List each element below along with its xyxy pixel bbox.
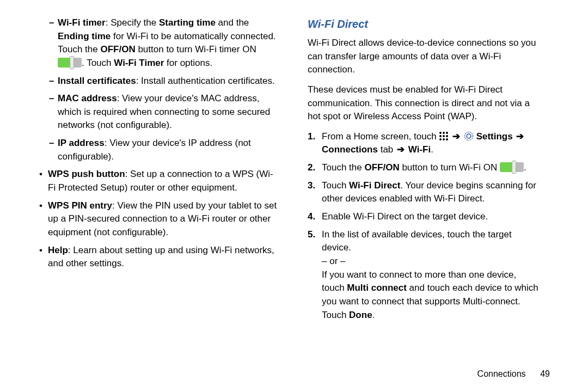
mac-label: MAC address [58,93,117,103]
item-wifi-timer: Wi-Fi timer: Specify the Starting time a… [49,16,280,70]
page-number: 49 [528,367,550,380]
ip-label: IP address [58,138,105,148]
arrow-icon: ➔ [515,131,525,142]
step-4: Enable Wi-Fi Direct on the target device… [308,210,539,224]
toggle-on-icon [500,162,524,172]
step-1: From a Home screen, touch ➔ Settings ➔ C… [308,130,539,157]
svg-point-0 [464,132,473,140]
item-mac-address: MAC address: View your device's MAC addr… [49,92,280,132]
item-wps-push: WPS push button: Set up a connection to … [39,168,280,194]
wifi-timer-label: Wi-Fi timer [58,17,106,28]
svg-point-1 [467,134,471,138]
step-3: Touch Wi-Fi Direct. Your device begins s… [308,179,539,206]
wps-push-label: WPS push button [48,169,125,179]
item-wps-pin: WPS PIN entry: View the PIN used by your… [39,199,280,240]
install-cert-label: Install certificates [58,76,136,86]
steps-list: From a Home screen, touch ➔ Settings ➔ C… [308,130,539,322]
manual-page: Wi-Fi timer: Specify the Starting time a… [0,0,588,392]
step-2: Touch the OFF/ON button to turn Wi-Fi ON… [308,161,539,175]
settings-gear-icon [464,131,474,141]
intro-paragraph-1: Wi-Fi Direct allows device-to-device con… [308,36,539,77]
wifi-direct-heading: Wi-Fi Direct [308,16,539,32]
toggle-on-icon [58,58,82,68]
item-install-certificates: Install certificates: Install authentica… [49,75,280,88]
or-divider: – or – [322,256,345,266]
left-column: Wi-Fi timer: Specify the Starting time a… [22,16,294,381]
item-ip-address: IP address: View your device's IP addres… [49,137,280,163]
wifi-options-list: WPS push button: Set up a connection to … [39,168,280,270]
footer-section: Connections [477,369,526,378]
arrow-icon: ➔ [451,131,461,142]
wps-pin-label: WPS PIN entry [48,200,112,211]
intro-paragraph-2: These devices must be enabled for Wi-Fi … [308,83,539,124]
arrow-icon: ➔ [396,144,406,155]
step-5: In the list of available devices, touch … [308,228,539,322]
advanced-sublist: Wi-Fi timer: Specify the Starting time a… [49,16,280,163]
right-column: Wi-Fi Direct Wi-Fi Direct allows device-… [294,16,566,381]
page-footer: Connections 49 [477,367,550,380]
item-help: Help: Learn about setting up and using W… [39,244,280,271]
apps-grid-icon [439,131,449,141]
help-label: Help [48,245,68,255]
